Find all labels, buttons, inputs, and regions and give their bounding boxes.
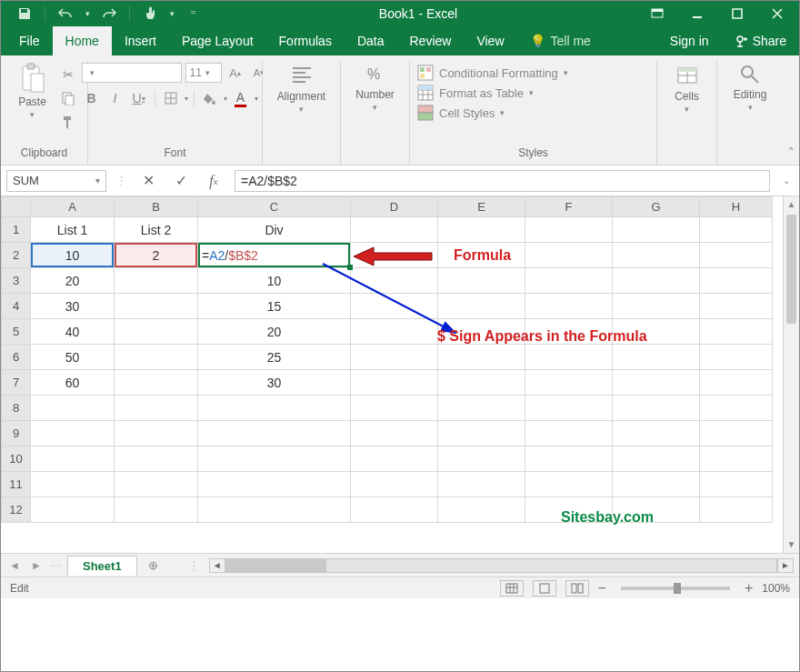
formula-input[interactable]: =A2/$B$2 [235, 170, 770, 192]
cell[interactable] [613, 396, 700, 421]
vertical-scrollbar[interactable]: ▲ ▼ [783, 196, 799, 553]
cell[interactable] [613, 217, 700, 243]
alignment-button[interactable]: Alignment ▾ [280, 63, 324, 114]
cell-a2[interactable]: 10 [31, 243, 115, 268]
spreadsheet-grid[interactable]: A B C D E F G H 1 List 1 List 2 Div 2 10… [1, 196, 799, 553]
tab-page-layout[interactable]: Page Layout [169, 26, 266, 55]
cell[interactable] [438, 243, 525, 268]
cell[interactable] [198, 446, 351, 472]
cell[interactable] [438, 319, 525, 345]
cell[interactable] [31, 446, 115, 472]
cell[interactable] [700, 243, 773, 268]
tab-file[interactable]: File [6, 26, 53, 55]
cell[interactable] [613, 370, 700, 396]
cell[interactable] [700, 345, 773, 370]
cell[interactable]: 15 [198, 294, 351, 319]
cell[interactable]: List 1 [31, 217, 115, 243]
cell[interactable] [351, 243, 438, 268]
row-header[interactable]: 3 [2, 268, 31, 294]
cell[interactable] [700, 396, 773, 421]
cell[interactable]: 40 [31, 319, 115, 345]
cell[interactable] [613, 319, 700, 345]
hscroll-right-icon[interactable]: ► [777, 558, 794, 573]
maximize-icon[interactable] [717, 1, 757, 26]
qat-customize-icon[interactable]: ▾ [166, 3, 177, 25]
cell[interactable] [31, 472, 115, 497]
cell[interactable] [351, 497, 438, 523]
cell[interactable] [438, 268, 525, 294]
col-header-f[interactable]: F [525, 197, 613, 217]
copy-icon[interactable] [58, 88, 78, 108]
cell[interactable] [115, 294, 198, 319]
cell[interactable] [351, 345, 438, 370]
cell[interactable] [438, 370, 525, 396]
cell[interactable] [525, 396, 613, 421]
fill-handle[interactable] [347, 265, 353, 270]
tab-review[interactable]: Review [397, 26, 465, 55]
touch-mode-icon[interactable] [137, 3, 163, 25]
italic-button[interactable]: I [105, 88, 125, 108]
borders-icon[interactable] [161, 88, 181, 108]
expand-formula-bar-icon[interactable]: ⌄ [779, 176, 794, 186]
cell[interactable] [525, 294, 613, 319]
cell[interactable] [525, 497, 613, 523]
cell[interactable] [115, 472, 198, 497]
cell[interactable] [115, 421, 198, 446]
add-sheet-icon[interactable]: ⊕ [143, 557, 165, 575]
row-header[interactable]: 9 [2, 421, 31, 446]
cell[interactable]: 20 [198, 319, 351, 345]
row-header[interactable]: 10 [2, 446, 31, 472]
cell[interactable] [438, 294, 525, 319]
cell[interactable] [198, 396, 351, 421]
col-header-d[interactable]: D [351, 197, 438, 217]
cell[interactable] [613, 243, 700, 268]
cell[interactable] [700, 446, 773, 472]
cell[interactable] [525, 268, 613, 294]
cell[interactable] [525, 446, 613, 472]
cell[interactable] [31, 497, 115, 523]
cell[interactable] [700, 217, 773, 243]
row-header[interactable]: 2 [2, 243, 31, 268]
cell[interactable]: 25 [198, 345, 351, 370]
sheet-nav-prev-icon[interactable]: ◄ [6, 559, 23, 572]
cell[interactable] [613, 294, 700, 319]
col-header-g[interactable]: G [613, 197, 700, 217]
cell[interactable] [525, 243, 613, 268]
select-all-corner[interactable] [2, 197, 31, 217]
cell[interactable] [613, 345, 700, 370]
cut-icon[interactable]: ✂ [58, 65, 78, 85]
hscroll-left-icon[interactable]: ◄ [209, 558, 225, 573]
col-header-b[interactable]: B [115, 197, 198, 217]
cell[interactable] [115, 446, 198, 472]
cell[interactable] [525, 345, 613, 370]
cell[interactable] [115, 370, 198, 396]
row-header[interactable]: 7 [2, 370, 31, 396]
cell[interactable]: 10 [198, 268, 351, 294]
view-normal-icon[interactable] [500, 580, 524, 597]
fill-color-icon[interactable] [200, 88, 220, 108]
tab-insert[interactable]: Insert [112, 26, 169, 55]
row-header[interactable]: 6 [2, 345, 31, 370]
cells-button[interactable]: Cells ▾ [665, 63, 709, 114]
cell-b2[interactable]: 2 [115, 243, 198, 268]
cell[interactable] [700, 421, 773, 446]
scroll-down-icon[interactable]: ▼ [784, 537, 799, 553]
cell[interactable] [198, 472, 351, 497]
cell[interactable] [700, 497, 773, 523]
grow-font-icon[interactable]: A▴ [225, 63, 245, 83]
cell[interactable] [613, 446, 700, 472]
cell[interactable] [198, 497, 351, 523]
cell[interactable] [438, 217, 525, 243]
name-box[interactable]: SUM ▾ [6, 170, 106, 192]
cell[interactable] [525, 319, 613, 345]
cell[interactable] [351, 217, 438, 243]
zoom-slider-knob[interactable] [674, 583, 681, 594]
cell[interactable] [438, 421, 525, 446]
cell[interactable] [438, 446, 525, 472]
redo-icon[interactable] [96, 3, 122, 25]
cell[interactable] [351, 319, 438, 345]
scroll-thumb[interactable] [786, 215, 796, 324]
bold-button[interactable]: B [82, 88, 102, 108]
cell-styles-button[interactable]: Cell Styles▾ [417, 105, 649, 121]
paste-button[interactable]: Paste ▾ [11, 63, 55, 119]
